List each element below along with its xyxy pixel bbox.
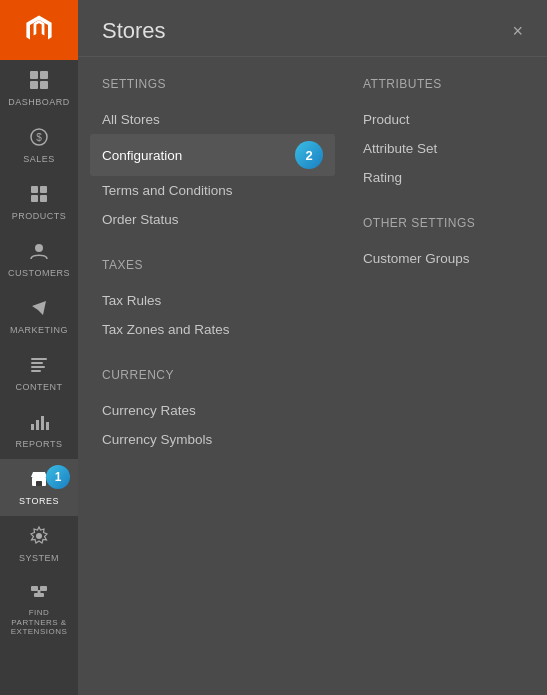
system-icon xyxy=(29,526,49,549)
attributes-heading: Attributes xyxy=(363,77,523,91)
sidebar-item-content[interactable]: CONTENT xyxy=(0,345,78,402)
close-button[interactable]: × xyxy=(512,22,523,40)
rating-item[interactable]: Rating xyxy=(363,163,523,192)
svg-point-10 xyxy=(35,244,43,252)
svg-rect-0 xyxy=(30,71,38,79)
sidebar: DASHBOARD $ SALES PRODUCTS xyxy=(0,0,78,695)
settings-section: Settings All Stores Configuration 2 Term… xyxy=(102,77,323,234)
sidebar-item-sales-label: SALES xyxy=(23,154,55,164)
marketing-icon xyxy=(29,298,49,321)
content-icon xyxy=(29,355,49,378)
sidebar-item-products[interactable]: PRODUCTS xyxy=(0,174,78,231)
panel-header: Stores × xyxy=(78,0,547,57)
sidebar-item-system[interactable]: SYSTEM xyxy=(0,516,78,573)
svg-point-21 xyxy=(36,533,42,539)
currency-heading: Currency xyxy=(102,368,323,382)
panel-right: Attributes Product Attribute Set Rating … xyxy=(363,77,523,675)
svg-rect-17 xyxy=(41,416,44,430)
dashboard-icon xyxy=(29,70,49,93)
svg-rect-2 xyxy=(30,81,38,89)
reports-icon xyxy=(29,412,49,435)
sidebar-item-dashboard[interactable]: DASHBOARD xyxy=(0,60,78,117)
tax-rules-item[interactable]: Tax Rules xyxy=(102,286,323,315)
attribute-set-item[interactable]: Attribute Set xyxy=(363,134,523,163)
svg-rect-12 xyxy=(31,362,43,364)
sidebar-item-products-label: PRODUCTS xyxy=(12,211,67,221)
panel-title: Stores xyxy=(102,18,166,44)
sidebar-item-marketing-label: MARKETING xyxy=(10,325,68,335)
currency-section: Currency Currency Rates Currency Symbols xyxy=(102,368,323,454)
svg-rect-25 xyxy=(38,590,41,593)
configuration-item[interactable]: Configuration 2 xyxy=(90,134,335,176)
terms-conditions-item[interactable]: Terms and Conditions xyxy=(102,176,323,205)
settings-heading: Settings xyxy=(102,77,323,91)
other-settings-section: Other Settings Customer Groups xyxy=(363,216,523,273)
sidebar-item-content-label: CONTENT xyxy=(16,382,63,392)
sidebar-item-customers[interactable]: CUSTOMERS xyxy=(0,231,78,288)
configuration-label: Configuration xyxy=(102,148,182,163)
svg-rect-13 xyxy=(31,366,45,368)
svg-rect-8 xyxy=(31,195,38,202)
svg-rect-23 xyxy=(40,586,47,591)
order-status-item[interactable]: Order Status xyxy=(102,205,323,234)
products-icon xyxy=(29,184,49,207)
attributes-section: Attributes Product Attribute Set Rating xyxy=(363,77,523,192)
sidebar-item-stores-label: STORES xyxy=(19,496,59,506)
svg-rect-11 xyxy=(31,358,47,360)
find-partners-icon xyxy=(29,581,49,604)
sidebar-item-system-label: SYSTEM xyxy=(19,553,59,563)
svg-rect-15 xyxy=(31,424,34,430)
sidebar-item-sales[interactable]: $ SALES xyxy=(0,117,78,174)
sidebar-item-customers-label: CUSTOMERS xyxy=(8,268,70,278)
sidebar-item-reports[interactable]: REPORTS xyxy=(0,402,78,459)
panel-left: Settings All Stores Configuration 2 Term… xyxy=(102,77,323,675)
panel-content: Settings All Stores Configuration 2 Term… xyxy=(78,57,547,695)
stores-sidebar-badge: 1 xyxy=(46,465,70,489)
main-panel: Stores × Settings All Stores Configurati… xyxy=(78,0,547,695)
all-stores-item[interactable]: All Stores xyxy=(102,105,323,134)
svg-rect-14 xyxy=(31,370,41,372)
sidebar-item-reports-label: REPORTS xyxy=(16,439,63,449)
svg-rect-9 xyxy=(40,195,47,202)
sales-icon: $ xyxy=(29,127,49,150)
svg-rect-22 xyxy=(31,586,38,591)
magento-logo xyxy=(0,0,78,60)
svg-rect-20 xyxy=(36,481,42,486)
currency-rates-item[interactable]: Currency Rates xyxy=(102,396,323,425)
taxes-section: Taxes Tax Rules Tax Zones and Rates xyxy=(102,258,323,344)
product-item[interactable]: Product xyxy=(363,105,523,134)
configuration-badge: 2 xyxy=(295,141,323,169)
taxes-heading: Taxes xyxy=(102,258,323,272)
svg-rect-6 xyxy=(31,186,38,193)
currency-symbols-item[interactable]: Currency Symbols xyxy=(102,425,323,454)
sidebar-item-marketing[interactable]: MARKETING xyxy=(0,288,78,345)
svg-rect-18 xyxy=(46,422,49,430)
svg-rect-24 xyxy=(34,593,44,597)
customer-groups-item[interactable]: Customer Groups xyxy=(363,244,523,273)
tax-zones-rates-item[interactable]: Tax Zones and Rates xyxy=(102,315,323,344)
other-settings-heading: Other Settings xyxy=(363,216,523,230)
svg-rect-1 xyxy=(40,71,48,79)
svg-text:$: $ xyxy=(36,132,42,143)
svg-rect-3 xyxy=(40,81,48,89)
sidebar-item-find-partners-label: FIND PARTNERS & EXTENSIONS xyxy=(5,608,73,637)
svg-rect-7 xyxy=(40,186,47,193)
sidebar-item-find-partners[interactable]: FIND PARTNERS & EXTENSIONS xyxy=(0,573,78,645)
customers-icon xyxy=(29,241,49,264)
sidebar-item-dashboard-label: DASHBOARD xyxy=(8,97,70,107)
svg-rect-16 xyxy=(36,420,39,430)
